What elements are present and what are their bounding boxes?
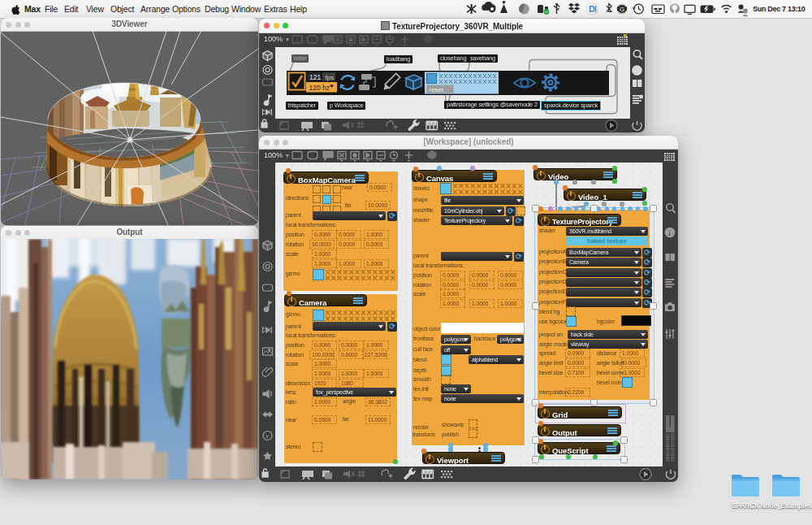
svg-text:121: 121 <box>309 73 321 81</box>
svg-text:D: D <box>589 4 595 14</box>
svg-text:fps: fps <box>326 74 335 81</box>
svg-text:v: v <box>266 433 269 439</box>
svg-text:reset: reset <box>430 86 445 93</box>
svg-text:120 hz: 120 hz <box>309 84 330 92</box>
svg-text:G: G <box>620 6 624 13</box>
